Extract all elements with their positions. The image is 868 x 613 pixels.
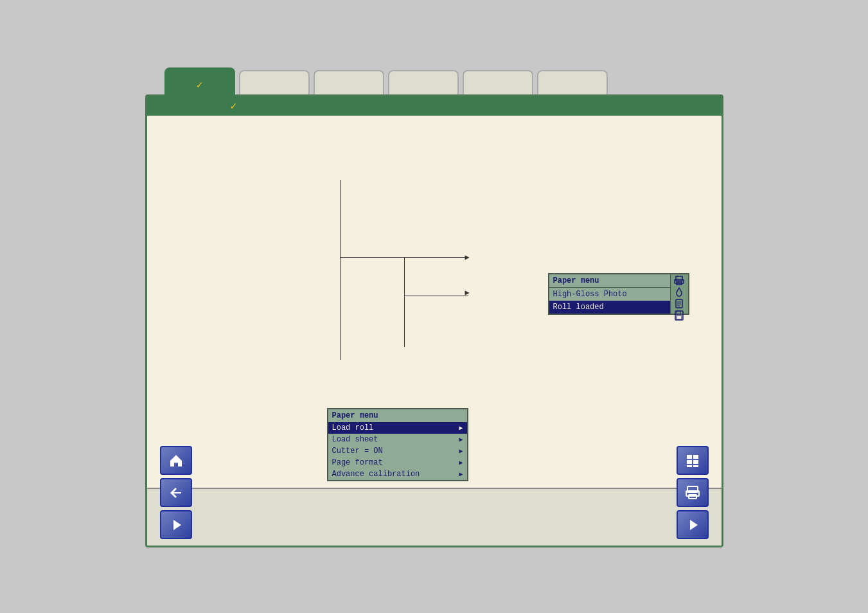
tab-1[interactable]: ✓ — [164, 67, 235, 101]
home-button[interactable] — [160, 446, 192, 475]
save-icon — [672, 310, 686, 321]
arrow-right-bottom: ▶ — [465, 288, 470, 298]
svg-rect-13 — [693, 460, 698, 464]
svg-rect-11 — [693, 455, 698, 459]
svg-rect-10 — [687, 455, 692, 459]
paper-icon — [672, 299, 686, 309]
vertical-line-bottom — [404, 257, 405, 347]
bottom-menu-cutter[interactable]: Cutter = ON ▶ — [328, 445, 467, 457]
header-checkmark: ✓ — [231, 100, 237, 112]
paper-menu-popup-title: Paper menu — [549, 274, 688, 288]
print-button[interactable] — [677, 478, 709, 507]
bottom-paper-menu-title: Paper menu — [328, 409, 467, 422]
left-buttons — [160, 446, 192, 539]
arrow-load-sheet: ▶ — [459, 436, 463, 443]
arrow-load-roll: ▶ — [459, 424, 463, 432]
svg-rect-14 — [687, 465, 692, 467]
svg-rect-15 — [693, 465, 698, 467]
arrow-cutter: ▶ — [459, 447, 463, 455]
diagram: ▶ ▶ — [276, 180, 500, 360]
next-left-button[interactable] — [160, 510, 192, 539]
svg-rect-0 — [676, 276, 682, 281]
bottom-menu-page-format[interactable]: Page format ▶ — [328, 457, 467, 468]
ink-icon — [672, 287, 686, 298]
side-icons-panel — [670, 274, 688, 314]
main-panel: ✓ ▶ ▶ Paper menu High-Gloss Photo — [145, 94, 723, 547]
bottom-bar — [147, 488, 722, 546]
tab-checkmark: ✓ — [197, 78, 203, 91]
main-container: ✓ ✓ ▶ ▶ — [145, 66, 723, 547]
paper-menu-item-rollloaded[interactable]: Roll loaded — [549, 301, 688, 314]
arrow-advance-cal: ▶ — [459, 470, 463, 478]
bottom-menu-advance-calibration[interactable]: Advance calibration ▶ — [328, 468, 467, 480]
arrow-page-format: ▶ — [459, 459, 463, 466]
paper-menu-item-highgloss[interactable]: High-Gloss Photo — [549, 288, 688, 301]
bottom-menu-load-roll[interactable]: Load roll ▶ — [328, 422, 467, 434]
bottom-paper-menu: Paper menu Load roll ▶ Load sheet ▶ Cutt… — [327, 408, 468, 481]
paper-menu-popup: Paper menu High-Gloss Photo Roll loaded — [548, 273, 689, 315]
horizontal-line-bottom — [404, 296, 468, 296]
svg-rect-9 — [677, 315, 682, 319]
grid-button[interactable] — [677, 446, 709, 475]
svg-rect-12 — [687, 460, 692, 464]
bottom-menu-load-sheet[interactable]: Load sheet ▶ — [328, 434, 467, 445]
forward-button[interactable] — [677, 510, 709, 539]
arrow-right-top: ▶ — [465, 253, 470, 262]
printer-icon — [672, 276, 686, 286]
back-button[interactable] — [160, 478, 192, 507]
vertical-line — [340, 180, 341, 360]
right-buttons — [677, 446, 709, 539]
